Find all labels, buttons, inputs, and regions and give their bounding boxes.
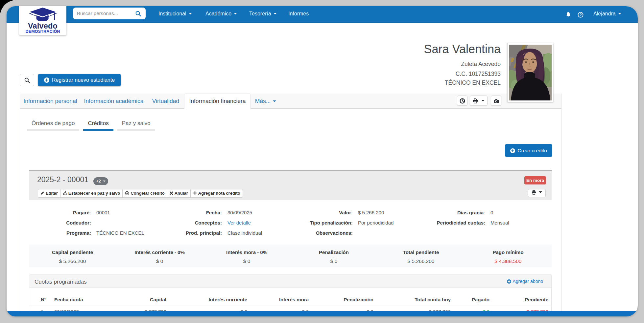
svg-text:?: ? xyxy=(579,13,582,17)
